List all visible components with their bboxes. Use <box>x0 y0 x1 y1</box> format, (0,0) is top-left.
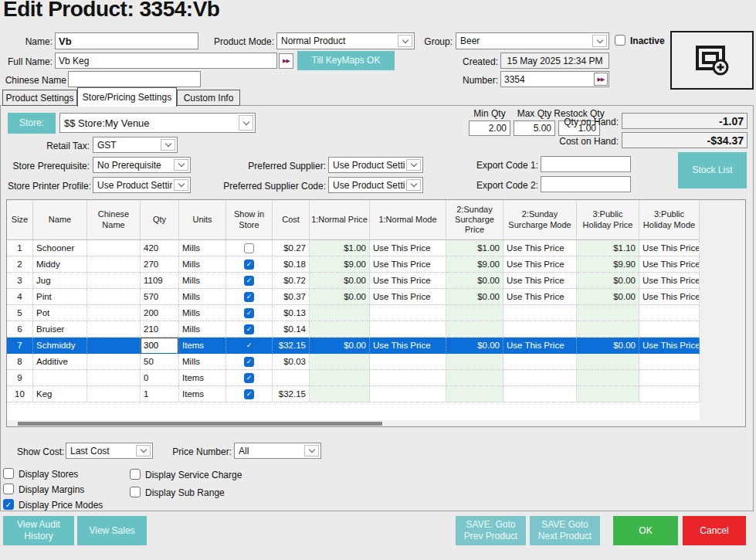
table-row[interactable]: 7Schmiddy300Items✓$32.15$0.00Use This Pr… <box>7 338 700 354</box>
chevron-down-icon[interactable] <box>161 139 175 151</box>
table-row[interactable]: 6Bruiser210Mills✓$0.14 <box>7 321 700 338</box>
retail-tax-select[interactable]: GST <box>93 137 178 153</box>
cell-size: 9 <box>7 370 33 385</box>
export-code-2-input[interactable] <box>541 176 631 192</box>
view-sales-button[interactable]: View Sales <box>77 516 147 545</box>
horizontal-scrollbar[interactable] <box>18 422 382 426</box>
sizes-pricing-table[interactable]: SizeNameChinese NameQtyUnitsShow in Stor… <box>6 199 746 427</box>
cell-sunday-surcharge-price: $1.00 <box>446 240 503 256</box>
tab-custom-info[interactable]: Custom Info <box>177 90 240 106</box>
table-row[interactable]: 10Keg1Items✓$32.15 <box>7 386 700 402</box>
full-name-input[interactable]: Vb Keg <box>55 53 277 69</box>
column-header[interactable]: 2:Sunday Surcharge Mode <box>503 200 577 240</box>
export-code-2-label: Export Code 2: <box>471 180 538 191</box>
qty-edit-input[interactable]: 300 <box>141 338 178 353</box>
chevron-down-icon[interactable] <box>239 115 253 131</box>
chevron-down-icon[interactable] <box>592 35 607 47</box>
add-image-button[interactable] <box>670 31 754 90</box>
table-row[interactable]: 2Middy270Mills✓$0.18$9.00Use This Price$… <box>7 256 700 273</box>
cancel-button[interactable]: Cancel <box>683 516 746 545</box>
show-in-store-checkbox[interactable]: ✓ <box>244 324 254 334</box>
table-row[interactable]: 3Jug1109Mills✓$0.72$0.00Use This Price$0… <box>7 273 700 289</box>
min-qty-label: Min Qty <box>469 108 510 119</box>
till-keymaps-button[interactable]: Till KeyMaps OK <box>297 51 395 70</box>
cell-normal-mode: Use This Price <box>370 289 446 304</box>
cell-sunday-surcharge-price: $0.00 <box>446 273 503 288</box>
table-row[interactable]: 1Schooner420Mills$0.27$1.00Use This Pric… <box>7 240 700 256</box>
cell-public-holiday-price <box>577 386 639 402</box>
preferred-supplier-code-select[interactable]: Use Product Setting <box>328 177 423 193</box>
column-header[interactable]: Cost <box>273 200 310 240</box>
table-row[interactable]: 5Pot200Mills✓$0.13 <box>7 305 700 321</box>
export-code-1-input[interactable] <box>541 156 631 172</box>
show-cost-select[interactable]: Last Cost <box>66 443 153 459</box>
column-header[interactable]: 3:Public Holiday Mode <box>639 200 700 240</box>
chinese-name-input[interactable] <box>68 71 201 87</box>
cell-chinese-name <box>87 338 141 353</box>
table-row[interactable]: 4Pint570Mills✓$0.37$0.00Use This Price$0… <box>7 289 700 305</box>
name-input[interactable]: Vb <box>55 32 198 49</box>
full-name-expand-button[interactable]: ▶▶ <box>279 53 293 69</box>
number-expand-button[interactable]: ▶▶ <box>594 73 608 86</box>
show-in-store-checkbox[interactable]: ✓ <box>244 260 254 270</box>
column-header[interactable]: 1:Normal Mode <box>370 200 446 240</box>
store-prerequisite-select[interactable]: No Prerequisite <box>93 157 191 173</box>
display-price-modes-checkbox[interactable]: ✓ <box>3 499 14 510</box>
show-in-store-checkbox[interactable]: ✓ <box>244 341 254 351</box>
cell-show-in-store: ✓ <box>226 289 273 304</box>
column-header[interactable]: Name <box>33 200 87 240</box>
display-margins-checkbox[interactable] <box>3 484 14 494</box>
show-in-store-checkbox[interactable]: ✓ <box>244 292 254 302</box>
show-in-store-checkbox[interactable]: ✓ <box>244 389 254 399</box>
column-header[interactable]: 1:Normal Price <box>310 200 370 240</box>
save-goto-next-product-button[interactable]: SAVE Goto Next Product <box>530 516 600 545</box>
chevron-down-icon[interactable] <box>406 159 421 171</box>
table-row[interactable]: 8Additive50Mills✓$0.03 <box>7 354 700 370</box>
column-header[interactable]: Units <box>179 200 226 240</box>
view-audit-history-button[interactable]: View Audit History <box>3 516 74 545</box>
display-service-charge-checkbox[interactable] <box>130 469 141 480</box>
inactive-checkbox[interactable] <box>615 35 625 46</box>
column-header[interactable]: 2:Sunday Surcharge Price <box>446 200 503 240</box>
ok-button[interactable]: OK <box>613 516 678 545</box>
column-header[interactable]: 3:Public Holiday Price <box>577 200 639 240</box>
chevron-down-icon[interactable] <box>398 35 412 47</box>
store-select[interactable]: $$ Store:My Venue <box>59 113 256 133</box>
tab-store-pricing-settings[interactable]: Store/Pricing Settings <box>77 87 177 107</box>
preferred-supplier-select[interactable]: Use Product Setting <box>328 157 423 173</box>
chevron-down-icon[interactable] <box>174 179 188 191</box>
cell-sunday-surcharge-mode <box>503 321 577 337</box>
column-header[interactable]: Size <box>7 200 33 240</box>
store-printer-profile-select[interactable]: Use Product Setting <box>93 177 191 193</box>
show-in-store-checkbox[interactable]: ✓ <box>244 308 254 318</box>
cell-sunday-surcharge-price <box>446 321 503 337</box>
stock-list-button[interactable]: Stock List <box>678 152 747 188</box>
column-header[interactable]: Chinese Name <box>87 200 141 240</box>
cell-public-holiday-price: $0.00 <box>577 338 639 353</box>
store-prerequisite-label: Store Prerequisite: <box>8 161 90 171</box>
cell-chinese-name <box>87 289 141 304</box>
column-header[interactable]: Show in Store <box>226 200 273 240</box>
save-goto-prev-product-button[interactable]: SAVE. Goto Prev Product <box>456 516 526 545</box>
chevron-down-icon[interactable] <box>304 445 319 456</box>
chevron-down-icon[interactable] <box>174 159 188 171</box>
min-qty-input[interactable]: 2.00 <box>469 120 510 136</box>
number-input[interactable]: 3354 ▶▶ <box>500 71 609 87</box>
max-qty-input[interactable]: 5.00 <box>514 120 555 136</box>
display-stores-checkbox[interactable] <box>3 468 14 479</box>
chevron-down-icon[interactable] <box>136 445 151 456</box>
product-mode-select[interactable]: Normal Product <box>276 32 415 49</box>
table-row[interactable]: 90Items✓ <box>7 370 700 386</box>
show-in-store-checkbox[interactable]: ✓ <box>244 276 254 286</box>
tab-product-settings[interactable]: Product Settings <box>2 90 77 106</box>
show-in-store-checkbox[interactable]: ✓ <box>244 373 254 383</box>
show-in-store-checkbox[interactable] <box>244 243 254 253</box>
column-header[interactable]: Qty <box>141 200 179 240</box>
display-sub-range-checkbox[interactable] <box>130 487 141 497</box>
chevron-down-icon[interactable] <box>406 179 421 191</box>
price-number-select[interactable]: All <box>234 443 321 459</box>
group-select[interactable]: Beer <box>456 32 609 49</box>
cell-show-in-store: ✓ <box>226 273 273 288</box>
show-in-store-checkbox[interactable]: ✓ <box>244 357 254 367</box>
store-button[interactable]: Store: <box>8 113 56 134</box>
